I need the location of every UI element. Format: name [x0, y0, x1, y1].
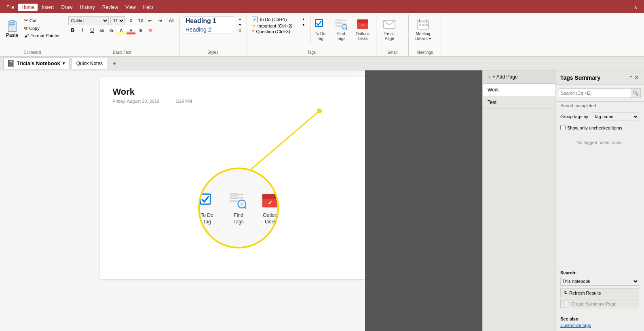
menu-review[interactable]: Review	[99, 4, 121, 11]
strikethrough-button[interactable]: ab	[97, 26, 106, 35]
notebook-dropdown-icon: ▼	[62, 61, 66, 66]
tags-scroll[interactable]: ▲ ▼	[300, 16, 307, 28]
no-tagged-notes-message: No tagged notes found.	[555, 132, 644, 153]
create-summary-button[interactable]: 📄 Create Summary Page	[560, 299, 639, 308]
styles-content: Heading 1 Heading 2 ▲ ▼ ⊡	[183, 16, 243, 49]
dark-panel	[365, 70, 482, 331]
customize-tags-link[interactable]: Customize tags	[560, 323, 639, 328]
tab-quick-notes[interactable]: Quick Notes	[71, 58, 108, 69]
clear-all-button[interactable]: ✕	[146, 26, 155, 35]
refresh-results-button[interactable]: ↻ Refresh Results	[560, 288, 639, 297]
todo-tag-icon	[314, 18, 327, 31]
outlook-tasks-icon: ✓	[356, 18, 369, 31]
page-item-test[interactable]: Test	[483, 96, 555, 109]
menu-insert[interactable]: Insert	[38, 4, 57, 11]
highlight-button[interactable]: A	[117, 26, 126, 35]
tags-summary-close-button[interactable]: ✕	[634, 74, 639, 81]
show-unchecked-checkbox[interactable]	[560, 125, 566, 130]
zoom-find-tags-label: FindTags	[233, 212, 243, 225]
main-content: Work Friday, August 30, 2019 1:29 PM ⤢	[0, 70, 644, 331]
tags-group: ✔ To Do (Ctrl+1) ★ Important (Ctrl+2) ? …	[247, 15, 376, 56]
svg-rect-10	[336, 25, 342, 27]
svg-rect-31	[230, 194, 238, 196]
svg-point-14	[343, 25, 346, 28]
increase-indent-button[interactable]: ⇥	[156, 16, 165, 25]
ribbon-collapse[interactable]: ∧	[631, 4, 641, 11]
outlook-tasks-btn-label: OutlookTasks	[356, 32, 370, 41]
refresh-icon: ↻	[564, 290, 568, 295]
question-tag-item[interactable]: ? Question (Ctrl+3)	[250, 29, 299, 34]
menu-view[interactable]: View	[122, 4, 139, 11]
unordered-list-button[interactable]: ≡	[127, 16, 135, 25]
search-input[interactable]	[559, 91, 631, 95]
email-group: EmailPage Email	[376, 15, 409, 56]
add-page-button[interactable]: + + Add Page	[483, 70, 555, 84]
svg-rect-35	[230, 200, 238, 202]
notebook-title[interactable]: 📓 Tricia's Notebook ▼	[3, 57, 70, 69]
text-align-button[interactable]: ≡	[136, 26, 145, 35]
email-page-button[interactable]: EmailPage	[380, 16, 399, 43]
menu-draw[interactable]: Draw	[58, 4, 76, 11]
menu-history[interactable]: History	[76, 4, 98, 11]
svg-line-38	[244, 207, 246, 209]
question-tag-label: Question (Ctrl+3)	[256, 29, 290, 34]
search-button[interactable]: 🔍	[631, 89, 640, 98]
cut-button[interactable]: ✂ Cut	[23, 17, 61, 24]
search-scope-select[interactable]: This notebook All notebooks This section	[560, 277, 639, 286]
page-item-work[interactable]: Work	[483, 84, 555, 96]
font-size-select[interactable]: 11	[110, 16, 125, 25]
decrease-indent-button[interactable]: ⇤	[146, 16, 155, 25]
menu-help[interactable]: Help	[140, 4, 156, 11]
copy-button[interactable]: ⧉ Copy	[23, 25, 61, 32]
font-name-select[interactable]: Calibri	[68, 16, 109, 25]
tags-scroll-up[interactable]: ▲	[301, 16, 306, 22]
meeting-details-button[interactable]: MeetingDetails ▾	[412, 16, 434, 43]
page-item-work-label: Work	[488, 87, 499, 93]
menu-bar: File Home Insert Draw History Review Vie…	[0, 2, 644, 13]
email-page-label: EmailPage	[384, 32, 395, 41]
outlook-tasks-button[interactable]: ✓ OutlookTasks	[353, 16, 373, 43]
format-painter-button[interactable]: 🖌 Format Painter	[23, 32, 61, 39]
italic-button[interactable]: I	[78, 26, 87, 35]
group-by-select[interactable]: Tag name Section Title Date	[592, 112, 639, 121]
expand-button[interactable]: ⤢	[353, 74, 363, 83]
tags-group-by: Group tags by: Tag name Section Title Da…	[555, 110, 644, 123]
heading2-style[interactable]: Heading 2	[183, 25, 235, 34]
important-tag-item[interactable]: ★ Important (Ctrl+2)	[250, 23, 299, 29]
zoom-outlook-icon: ✓	[260, 191, 279, 211]
tags-scroll-down[interactable]: ▼	[301, 22, 306, 28]
basic-text-content: Calibri 11 ≡ 1≡ ⇤ ⇥ A⃝ B I U ab X₂	[68, 16, 176, 49]
copy-label: Copy	[29, 26, 40, 31]
subscript-button[interactable]: X₂	[107, 26, 116, 35]
tags-summary-title: Tags Summary	[560, 74, 600, 81]
menu-home[interactable]: Home	[18, 4, 38, 11]
styles-scroll-up[interactable]: ▲	[238, 16, 243, 22]
styles-scroll-down[interactable]: ▼	[238, 22, 243, 28]
clipboard-group-content: Paste ✂ Cut ⧉ Copy 🖌 Format Painter	[3, 16, 61, 49]
font-color-button[interactable]: A	[127, 26, 135, 35]
paste-button[interactable]: Paste	[3, 16, 21, 40]
clipboard-group: Paste ✂ Cut ⧉ Copy 🖌 Format Painter Clip…	[0, 15, 65, 56]
styles-scroll[interactable]: ▲ ▼ ⊡	[237, 16, 243, 33]
ordered-list-button[interactable]: 1≡	[136, 16, 145, 25]
zoom-todo-button[interactable]: To DoTag	[198, 187, 222, 228]
zoom-find-tags-button[interactable]: FindTags	[224, 187, 253, 228]
heading1-style[interactable]: Heading 1	[183, 17, 235, 25]
zoom-todo-icon	[198, 191, 217, 211]
zoom-outlook-button[interactable]: ✓ OutlooTasks	[255, 187, 279, 228]
styles-scroll-expand[interactable]: ⊡	[238, 28, 243, 33]
todo-tag-item[interactable]: ✔ To Do (Ctrl+1)	[250, 16, 299, 23]
find-tags-button[interactable]: FindTags	[332, 16, 351, 43]
tags-summary-collapse-icon[interactable]: −	[629, 74, 632, 81]
bold-button[interactable]: B	[68, 26, 77, 35]
zoom-outlook-label: OutlooTasks	[263, 212, 277, 225]
see-also-title: See also	[560, 316, 639, 321]
clear-formatting-button[interactable]: A⃝	[167, 16, 176, 25]
underline-button[interactable]: U	[88, 26, 97, 35]
cursor	[113, 114, 113, 120]
menu-file[interactable]: File	[3, 4, 17, 11]
add-tab-button[interactable]: +	[110, 59, 119, 68]
todo-tag-button[interactable]: To DoTag	[310, 16, 330, 43]
svg-rect-2	[9, 23, 15, 23]
page-title: Work	[113, 87, 370, 97]
